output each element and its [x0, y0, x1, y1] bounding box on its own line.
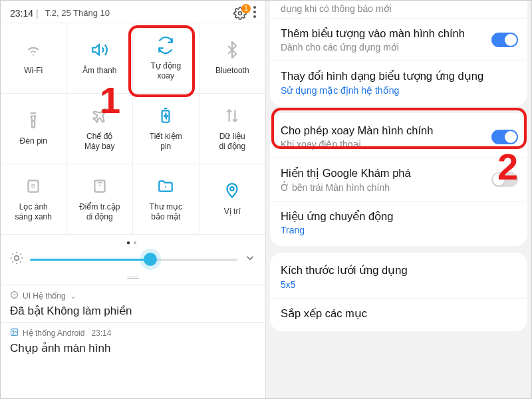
flashlight-icon: [25, 111, 42, 130]
folder-lock-icon: [157, 177, 174, 196]
qs-battery-saver[interactable]: Tiết kiệm pin: [133, 94, 200, 164]
status-bar: 23:14 | T.2, 25 Tháng 10 1: [1, 1, 265, 23]
status-time: 23:14: [10, 8, 33, 19]
brightness-icon: [10, 251, 23, 267]
svg-text:B: B: [31, 182, 36, 190]
hotspot-icon: [91, 177, 108, 196]
svg-line-18: [20, 261, 21, 262]
setting-cut-row: dụng khi có thông báo mới: [270, 1, 527, 18]
svg-line-21: [13, 261, 13, 262]
airplane-icon: [91, 106, 108, 125]
qs-hotspot[interactable]: Điểm tr.cập di động: [67, 164, 134, 235]
svg-point-12: [165, 186, 166, 188]
toggle-on[interactable]: [491, 130, 518, 144]
qs-location[interactable]: Vị trí: [200, 164, 266, 235]
notification-badge: 1: [241, 4, 251, 13]
svg-point-4: [33, 55, 34, 56]
brightness-row: [1, 247, 265, 273]
svg-point-14: [15, 256, 19, 261]
notification-dnd[interactable]: UI Hệ thống ⌄ Đã bật Không làm phiền: [1, 285, 265, 322]
notification-screenshot[interactable]: Hệ thống Android23:14 Chụp ảnh màn hình: [1, 322, 265, 359]
minus-circle-icon: [10, 291, 19, 301]
qs-wifi[interactable]: Wi-Fi: [1, 23, 67, 94]
rotate-icon: [157, 36, 174, 55]
wifi-icon: [25, 41, 42, 59]
sound-icon: [91, 41, 108, 59]
qs-sound[interactable]: Âm thanh: [67, 23, 134, 94]
setting-google-discover[interactable]: Hiển thị Google Khám phá Ở bên trái Màn …: [270, 158, 527, 200]
expand-brightness-icon[interactable]: [244, 252, 256, 267]
location-icon: [223, 182, 241, 200]
setting-add-homescreen-icon[interactable]: Thêm biểu tượng vào màn hình chính Dành …: [270, 18, 527, 61]
bluelight-icon: B: [25, 177, 42, 196]
setting-icon-shape[interactable]: Thay đổi hình dạng biểu tượng ứng dụng S…: [270, 61, 527, 103]
svg-point-1: [253, 6, 256, 9]
drag-handle-icon[interactable]: ══: [1, 273, 265, 285]
qs-bluetooth[interactable]: Bluetooth: [200, 23, 266, 94]
home-settings-panel: dụng khi có thông báo mới Thêm biểu tượn…: [266, 1, 531, 398]
settings-gear-icon[interactable]: 1: [233, 7, 247, 20]
data-icon: [223, 106, 241, 125]
bluetooth-icon: [223, 41, 241, 59]
svg-line-22: [20, 254, 21, 255]
brightness-slider[interactable]: [30, 251, 237, 267]
toggle-off[interactable]: [491, 172, 518, 187]
svg-point-0: [239, 11, 242, 15]
page-indicator: ●●: [1, 235, 265, 247]
qs-airplane[interactable]: Chế độ Máy bay: [67, 94, 134, 164]
qs-auto-rotate[interactable]: Tự động xoay: [133, 23, 200, 94]
svg-point-2: [253, 11, 256, 13]
quick-settings-grid: Wi-Fi Âm thanh Tự động xoay Bluetooth Đè…: [1, 23, 265, 235]
qs-flashlight[interactable]: Đèn pin: [1, 94, 67, 164]
image-icon: [10, 328, 19, 338]
toggle-on[interactable]: [491, 33, 518, 47]
svg-point-26: [13, 331, 14, 332]
setting-rotate-home[interactable]: Cho phép xoay Màn hình chính Khi xoay đi…: [270, 116, 527, 158]
setting-sort-items[interactable]: Sắp xếp các mục: [270, 298, 527, 329]
svg-point-11: [99, 184, 100, 186]
chevron-down-icon: ⌄: [70, 291, 76, 301]
svg-point-13: [231, 187, 234, 190]
status-date: T.2, 25 Tháng 10: [45, 8, 110, 18]
setting-grid-size[interactable]: Kích thước lưới ứng dụng 5x5: [270, 255, 527, 297]
battery-icon: [157, 106, 174, 125]
setting-transition[interactable]: Hiệu ứng chuyển động Trang: [270, 201, 527, 243]
svg-point-3: [253, 15, 256, 18]
more-icon[interactable]: [253, 6, 256, 20]
svg-line-17: [13, 254, 13, 255]
quick-settings-panel: 23:14 | T.2, 25 Tháng 10 1 Wi-Fi Âm than…: [1, 1, 266, 398]
qs-mobile-data[interactable]: Dữ liệu di động: [200, 94, 266, 164]
qs-secure-folder[interactable]: Thư mục bảo mật: [133, 164, 200, 235]
qs-blue-light[interactable]: BLọc ánh sáng xanh: [1, 164, 67, 235]
